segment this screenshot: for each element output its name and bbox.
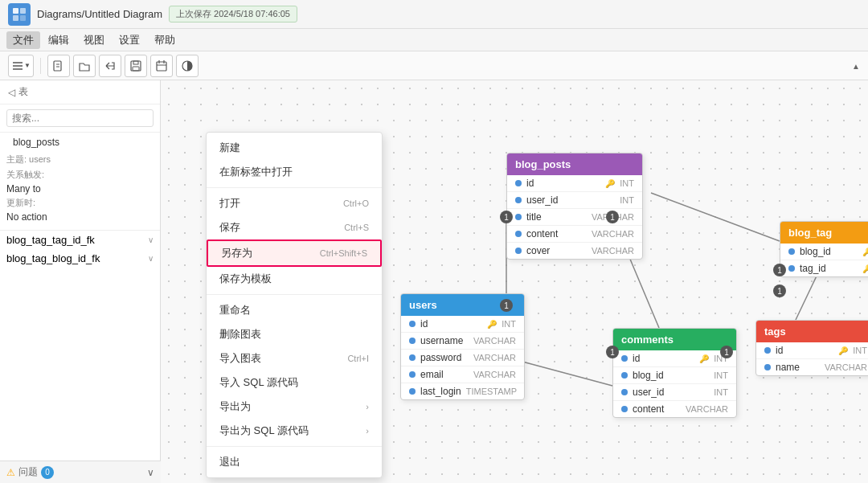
svg-line-21 — [651, 193, 780, 241]
table-row: id 🔑 INT — [756, 342, 868, 359]
sidebar-fk-item-2[interactable]: blog_tag_blog_id_fk ∨ — [0, 249, 160, 268]
menu-item-view[interactable]: 视图 — [77, 31, 111, 49]
sidebar-table-name: blog_posts — [6, 136, 154, 149]
dropdown-item-exit[interactable]: 退出 — [207, 450, 382, 474]
bottom-expand-icon[interactable]: ∨ — [147, 467, 154, 478]
sidebar-theme-label: 主题: users — [0, 152, 160, 167]
field-type: VARCHAR — [592, 246, 634, 256]
toolbar-calendar-btn[interactable] — [150, 55, 173, 77]
toolbar-separator — [40, 58, 41, 74]
field-name: password — [420, 352, 469, 363]
menu-item-file[interactable]: 文件 — [6, 31, 40, 49]
field-dot — [409, 371, 416, 378]
dropdown-shortcut: Ctrl+I — [347, 354, 369, 363]
menu-item-edit[interactable]: 编辑 — [42, 31, 76, 49]
field-type: VARCHAR — [473, 370, 516, 379]
table-row: id 🔑 INT — [401, 316, 524, 333]
dropdown-shortcut: Ctrl+Shift+S — [320, 248, 367, 258]
svg-rect-3 — [20, 15, 26, 21]
toolbar-save-btn[interactable] — [125, 55, 147, 77]
table-row: title VARCHAR — [507, 209, 642, 226]
field-name: cover — [526, 245, 587, 256]
dropdown-item-rename[interactable]: 重命名 — [207, 298, 382, 322]
table-comments[interactable]: comments id 🔑 INT blog_id INT user_id IN… — [612, 328, 737, 418]
field-dot — [409, 388, 416, 395]
field-name: last_login — [420, 386, 461, 397]
field-dot — [788, 265, 795, 272]
conn-badge-1: 1 — [500, 211, 513, 223]
field-dot — [764, 364, 771, 370]
field-dot — [515, 197, 522, 203]
field-name: content — [633, 403, 681, 415]
dropdown-item-open[interactable]: 打开 Ctrl+O — [207, 191, 382, 215]
field-type: INT — [502, 319, 516, 329]
table-blog-posts[interactable]: blog_posts id 🔑 INT user_id INT title VA… — [506, 153, 643, 260]
dropdown-item-save-as[interactable]: 另存为 Ctrl+Shift+S — [207, 239, 382, 267]
field-type: VARCHAR — [825, 362, 867, 372]
search-input[interactable] — [6, 109, 154, 127]
dropdown-shortcut: Ctrl+O — [343, 199, 369, 208]
field-name: blog_id — [800, 246, 858, 257]
menu-item-help[interactable]: 帮助 — [148, 31, 182, 49]
table-row: user_id INT — [507, 192, 642, 209]
sidebar-expand-icon[interactable]: ◁ — [8, 87, 15, 98]
field-type: VARCHAR — [592, 229, 634, 239]
sidebar-relation-value: Many to — [0, 182, 160, 195]
toolbar-menu-button[interactable]: ▼ — [8, 55, 34, 77]
dropdown-item-label: 打开 — [219, 196, 240, 211]
sidebar: ◁ 表 blog_posts 主题: users 关系触发: Many to 更… — [0, 80, 161, 483]
field-type: VARCHAR — [473, 336, 516, 346]
table-row: content VARCHAR — [507, 226, 642, 243]
dropdown-item-export-sql[interactable]: 导出为 SQL 源代码 › — [207, 419, 382, 443]
warning-icon: ⚠ — [6, 467, 15, 478]
table-tags[interactable]: tags id 🔑 INT name VARCHAR — [755, 320, 868, 376]
toolbar-collapse-btn[interactable]: ▲ — [852, 59, 860, 72]
bottom-warning-bar: ⚠ 问题 0 ∨ — [0, 460, 161, 483]
search-box — [0, 104, 160, 133]
dropdown-item-label: 重命名 — [219, 303, 251, 317]
diagram-canvas[interactable]: 1 1 1 1 1 1 1 blog_posts id 🔑 INT user_i… — [161, 80, 868, 483]
app-logo — [8, 3, 31, 26]
conn-badge-3: 1 — [606, 211, 619, 223]
toolbar-new-btn[interactable] — [47, 55, 70, 77]
field-name: content — [526, 228, 587, 239]
sidebar-fk-label-1: blog_tag_tag_id_fk — [6, 234, 95, 246]
field-name: user_id — [526, 194, 615, 206]
table-header-tags: tags — [756, 321, 868, 342]
dropdown-item-export[interactable]: 导出为 › — [207, 395, 382, 419]
toolbar-open-btn[interactable] — [73, 55, 96, 77]
dropdown-item-import-sql[interactable]: 导入 SQL 源代码 — [207, 370, 382, 395]
dropdown-item-new[interactable]: 新建 — [207, 136, 382, 160]
toolbar-back-btn[interactable] — [99, 55, 121, 77]
dropdown-item-label: 导入图表 — [219, 351, 261, 366]
table-row: cover VARCHAR — [507, 243, 642, 259]
table-header-blog-tag: blog_tag — [780, 222, 868, 244]
sidebar-fk-item-1[interactable]: blog_tag_tag_id_fk ∨ — [0, 231, 160, 249]
field-name: username — [420, 335, 469, 346]
dropdown-item-label: 新建 — [219, 141, 240, 155]
table-row: last_login TIMESTAMP — [401, 383, 524, 399]
main-area: ◁ 表 blog_posts 主题: users 关系触发: Many to 更… — [0, 80, 868, 483]
table-row: tag_id 🔑 INT — [780, 260, 868, 276]
dropdown-item-label: 删除图表 — [219, 327, 261, 342]
chevron-down-icon-1: ∨ — [148, 235, 154, 244]
dropdown-item-label: 在新标签中打开 — [219, 165, 293, 179]
conn-badge-2: 1 — [500, 299, 513, 312]
field-type: INT — [620, 195, 634, 205]
menu-bar: 文件 编辑 视图 设置 帮助 — [0, 29, 868, 51]
field-name: id — [776, 345, 833, 356]
dropdown-item-label: 保存为模板 — [219, 272, 272, 286]
dropdown-item-delete[interactable]: 删除图表 — [207, 322, 382, 346]
dropdown-item-save-template[interactable]: 保存为模板 — [207, 267, 382, 291]
field-dot — [515, 231, 522, 237]
field-key: 🔑 — [605, 179, 615, 188]
dropdown-item-save[interactable]: 保存 Ctrl+S — [207, 215, 382, 239]
table-blog-tag[interactable]: blog_tag blog_id 🔑 INT tag_id 🔑 INT — [780, 221, 868, 277]
field-name: id — [633, 353, 694, 364]
field-dot — [409, 338, 416, 344]
toolbar-theme-btn[interactable] — [176, 55, 199, 77]
dropdown-item-import[interactable]: 导入图表 Ctrl+I — [207, 346, 382, 370]
menu-item-settings[interactable]: 设置 — [113, 31, 146, 49]
field-name: title — [526, 211, 587, 223]
dropdown-item-open-tab[interactable]: 在新标签中打开 — [207, 160, 382, 184]
